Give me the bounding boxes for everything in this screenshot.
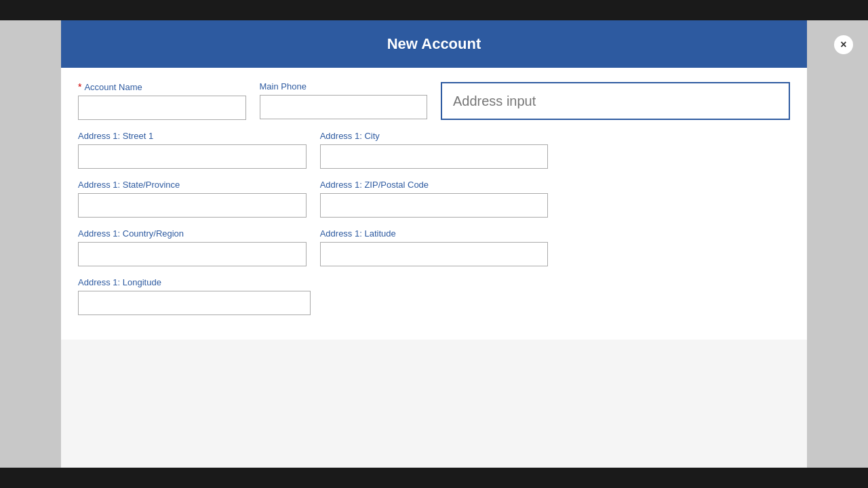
main-phone-input[interactable] — [260, 95, 428, 119]
account-name-group: *Account Name — [78, 81, 246, 120]
form-row-5: Address 1: Longitude — [78, 277, 790, 315]
bottom-bar — [0, 468, 868, 488]
country-label: Address 1: Country/Region — [78, 228, 307, 239]
close-button[interactable]: × — [834, 35, 853, 54]
country-group: Address 1: Country/Region — [78, 228, 307, 266]
longitude-input[interactable] — [78, 291, 311, 315]
required-star: * — [78, 81, 81, 92]
state-label: Address 1: State/Province — [78, 180, 307, 190]
longitude-group: Address 1: Longitude — [78, 277, 311, 315]
account-name-label: *Account Name — [78, 81, 246, 92]
street1-label: Address 1: Street 1 — [78, 131, 307, 141]
city-label: Address 1: City — [320, 131, 549, 141]
address-input-group — [441, 82, 790, 120]
country-input[interactable] — [78, 242, 307, 266]
state-group: Address 1: State/Province — [78, 180, 307, 218]
latitude-input[interactable] — [320, 242, 549, 266]
zip-label: Address 1: ZIP/Postal Code — [320, 180, 549, 190]
form-row-3: Address 1: State/Province Address 1: ZIP… — [78, 180, 790, 218]
city-group: Address 1: City — [320, 131, 549, 169]
latitude-group: Address 1: Latitude — [320, 228, 549, 266]
modal-header: New Account — [61, 20, 807, 68]
state-input[interactable] — [78, 193, 307, 218]
zip-group: Address 1: ZIP/Postal Code — [320, 180, 549, 218]
left-fields: *Account Name Main Phone — [78, 81, 427, 120]
street1-group: Address 1: Street 1 — [78, 131, 307, 169]
modal-body: *Account Name Main Phone Address 1: Stre… — [61, 68, 807, 340]
main-phone-group: Main Phone — [260, 81, 428, 120]
latitude-label: Address 1: Latitude — [320, 228, 549, 239]
form-row-4: Address 1: Country/Region Address 1: Lat… — [78, 228, 790, 266]
city-input[interactable] — [320, 144, 549, 169]
form-row-2: Address 1: Street 1 Address 1: City — [78, 131, 790, 169]
main-phone-label: Main Phone — [260, 81, 428, 92]
top-bar — [0, 0, 868, 20]
modal-title: New Account — [387, 35, 481, 52]
account-name-input[interactable] — [78, 96, 246, 120]
address-input[interactable] — [441, 82, 790, 120]
zip-input[interactable] — [320, 193, 549, 218]
longitude-label: Address 1: Longitude — [78, 277, 311, 287]
street1-input[interactable] — [78, 144, 307, 169]
modal-container: New Account *Account Name Main Phone — [61, 20, 807, 468]
form-row-1: *Account Name Main Phone — [78, 81, 790, 120]
